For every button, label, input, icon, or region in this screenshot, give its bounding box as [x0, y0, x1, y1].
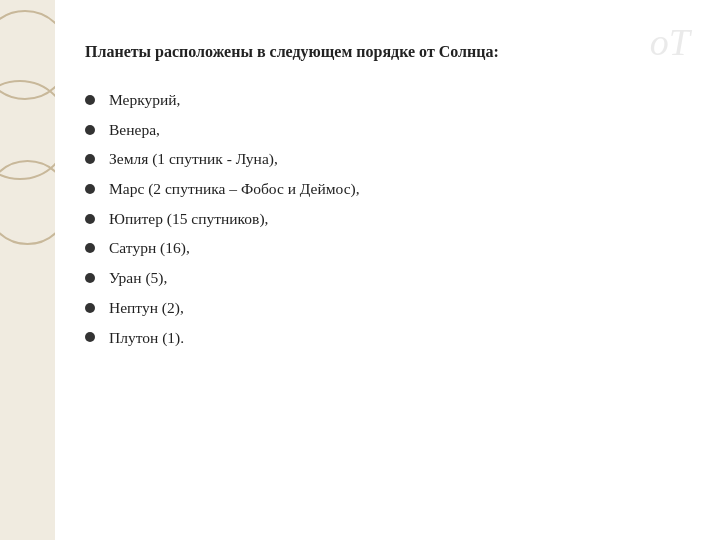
- bullet-icon: [85, 332, 95, 342]
- bullet-icon: [85, 214, 95, 224]
- list-item: Земля (1 спутник - Луна),: [85, 148, 670, 170]
- bullet-icon: [85, 273, 95, 283]
- list-item: Плутон (1).: [85, 327, 670, 349]
- list-item: Венера,: [85, 119, 670, 141]
- planet-label: Земля (1 спутник - Луна),: [109, 148, 278, 170]
- bullet-icon: [85, 125, 95, 135]
- list-item: Уран (5),: [85, 267, 670, 289]
- bullet-icon: [85, 184, 95, 194]
- planet-label: Марс (2 спутника – Фобос и Деймос),: [109, 178, 360, 200]
- planet-label: Меркурий,: [109, 89, 180, 111]
- top-right-decoration: оТ: [650, 20, 690, 64]
- planet-label: Юпитер (15 спутников),: [109, 208, 268, 230]
- planet-label: Сатурн (16),: [109, 237, 190, 259]
- page-heading: Планеты расположены в следующем порядке …: [85, 40, 670, 64]
- planet-label: Плутон (1).: [109, 327, 184, 349]
- list-item: Нептун (2),: [85, 297, 670, 319]
- planet-label: Уран (5),: [109, 267, 167, 289]
- main-content: оТ Планеты расположены в следующем поряд…: [55, 0, 720, 540]
- planet-list: Меркурий,Венера,Земля (1 спутник - Луна)…: [85, 89, 670, 356]
- left-decoration: [0, 0, 55, 540]
- bullet-icon: [85, 154, 95, 164]
- list-item: Марс (2 спутника – Фобос и Деймос),: [85, 178, 670, 200]
- list-item: Меркурий,: [85, 89, 670, 111]
- bullet-icon: [85, 303, 95, 313]
- list-item: Сатурн (16),: [85, 237, 670, 259]
- bullet-icon: [85, 95, 95, 105]
- list-item: Юпитер (15 спутников),: [85, 208, 670, 230]
- planet-label: Нептун (2),: [109, 297, 184, 319]
- decorative-circle-3: [0, 160, 55, 245]
- planet-label: Венера,: [109, 119, 160, 141]
- bullet-icon: [85, 243, 95, 253]
